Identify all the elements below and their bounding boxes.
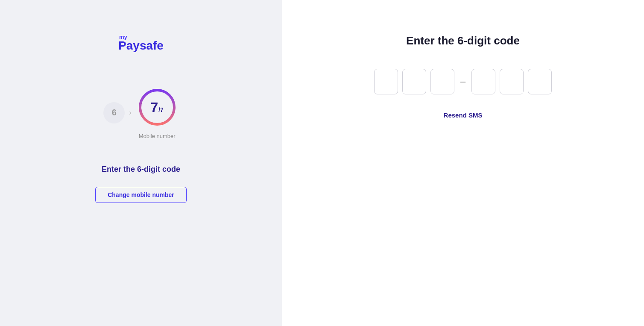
code-digit-6[interactable] — [528, 69, 552, 94]
right-panel: Enter the 6-digit code – Resend SMS — [282, 0, 644, 326]
right-title: Enter the 6-digit code — [406, 34, 520, 47]
code-digit-3[interactable] — [430, 69, 454, 94]
step-arrow-icon: › — [129, 109, 131, 117]
code-digit-4[interactable] — [471, 69, 495, 94]
step-total-number: /7 — [158, 106, 164, 113]
logo: my Paysafe — [118, 34, 164, 52]
step-label: Mobile number — [139, 133, 176, 139]
step-description: Enter the 6-digit code — [102, 165, 180, 174]
code-digit-5[interactable] — [500, 69, 524, 94]
step-current-number: 7 — [150, 100, 158, 115]
step-circle-container: 7/7 Mobile number — [136, 86, 179, 139]
logo-paysafe: Paysafe — [118, 40, 164, 52]
step-previous: 6 — [103, 102, 125, 123]
step-indicator: 6 › 7/7 Mobile number — [103, 86, 178, 139]
step-number-display: 7/7 — [150, 100, 163, 115]
code-digit-1[interactable] — [374, 69, 398, 94]
step-circle-wrapper: 7/7 — [136, 86, 179, 129]
left-panel: my Paysafe 6 › 7/7 — [0, 0, 282, 326]
resend-sms-button[interactable]: Resend SMS — [444, 112, 483, 119]
change-mobile-button[interactable]: Change mobile number — [95, 187, 187, 203]
code-separator: – — [460, 76, 465, 87]
code-digit-2[interactable] — [402, 69, 426, 94]
code-input-row: – — [374, 69, 552, 94]
